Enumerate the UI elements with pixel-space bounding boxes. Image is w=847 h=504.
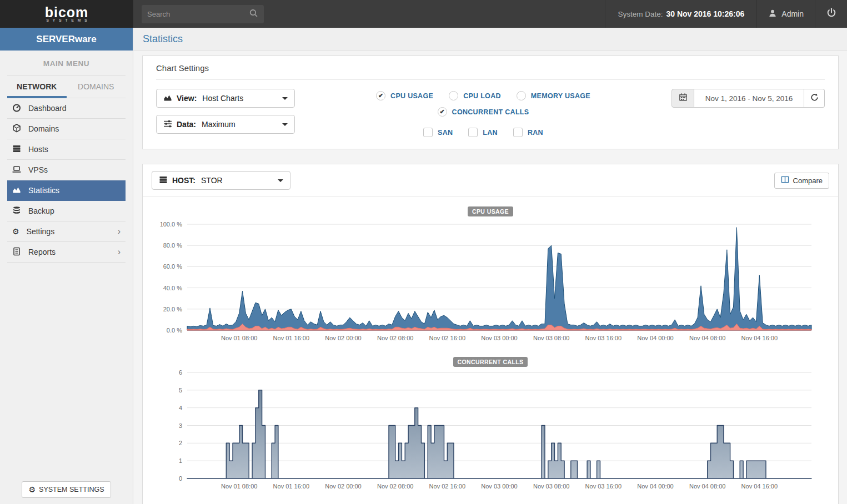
metric-label: MEMORY USAGE bbox=[531, 92, 590, 100]
data-dropdown-prefix: Data: bbox=[177, 120, 196, 129]
svg-text:Nov 03 16:00: Nov 03 16:00 bbox=[585, 483, 622, 490]
power-icon bbox=[826, 8, 836, 20]
svg-text:Nov 03 00:00: Nov 03 00:00 bbox=[481, 335, 517, 341]
metric-memory-usage[interactable]: MEMORY USAGE bbox=[517, 91, 590, 100]
sidebar-item-label: Settings bbox=[27, 227, 55, 236]
sidebar-item-hosts[interactable]: Hosts bbox=[7, 139, 126, 160]
host-dropdown-prefix: HOST: bbox=[172, 176, 196, 185]
chevron-down-icon bbox=[282, 97, 288, 100]
cpu-usage-checkbox[interactable] bbox=[376, 91, 385, 100]
network-ran[interactable]: RAN bbox=[513, 128, 543, 137]
sidebar-item-label: Domains bbox=[28, 124, 59, 133]
host-charts-panel: HOST: STOR Compare CPU USAGE 0.0 %20.0 %… bbox=[142, 164, 839, 504]
metric-concurrent-calls[interactable]: CONCURRENT CALLS bbox=[438, 107, 529, 117]
sidebar-item-statistics[interactable]: Statistics bbox=[7, 180, 126, 201]
server-icon bbox=[159, 175, 168, 186]
chart-settings-title: Chart Settings bbox=[143, 56, 838, 79]
svg-text:0.0 %: 0.0 % bbox=[167, 327, 182, 334]
sidebar: SERVERware MAIN MENU NETWORK DOMAINS Das… bbox=[0, 28, 133, 504]
view-dropdown-prefix: View: bbox=[177, 94, 197, 103]
metric-label: CPU USAGE bbox=[390, 92, 433, 100]
svg-text:Nov 01 08:00: Nov 01 08:00 bbox=[221, 335, 257, 341]
metric-cpu-load[interactable]: CPU LOAD bbox=[449, 91, 501, 100]
system-date: System Date: 30 Nov 2016 10:26:06 bbox=[605, 0, 756, 28]
svg-text:Nov 02 00:00: Nov 02 00:00 bbox=[325, 483, 361, 490]
chevron-right-icon: › bbox=[118, 227, 121, 236]
host-dropdown-value: STOR bbox=[201, 176, 223, 185]
network-lan[interactable]: LAN bbox=[468, 128, 498, 137]
metric-label: CONCURRENT CALLS bbox=[452, 108, 529, 116]
svg-text:Nov 03 08:00: Nov 03 08:00 bbox=[533, 483, 569, 490]
refresh-icon bbox=[810, 93, 819, 104]
sidebar-item-backup[interactable]: Backup bbox=[7, 201, 126, 221]
refresh-button[interactable] bbox=[804, 89, 825, 108]
cube-icon bbox=[12, 124, 21, 134]
svg-text:Nov 04 16:00: Nov 04 16:00 bbox=[741, 483, 778, 490]
system-settings-label: SYSTEM SETTINGS bbox=[39, 486, 104, 493]
view-dropdown[interactable]: View: Host Charts bbox=[156, 89, 295, 108]
sidebar-item-domains[interactable]: Domains bbox=[7, 119, 126, 139]
network-label: SAN bbox=[438, 129, 453, 137]
gears-icon: ⚙ bbox=[12, 228, 19, 235]
laptop-icon bbox=[12, 165, 21, 175]
search-box[interactable] bbox=[142, 5, 264, 23]
logout-button[interactable] bbox=[815, 0, 847, 28]
data-dropdown-value: Maximum bbox=[202, 120, 235, 129]
gears-icon: ⚙ bbox=[29, 486, 36, 493]
concurrent-calls-checkbox[interactable] bbox=[438, 107, 447, 117]
svg-text:Nov 02 00:00: Nov 02 00:00 bbox=[325, 335, 361, 341]
user-menu[interactable]: Admin bbox=[756, 0, 815, 28]
svg-text:Nov 01 16:00: Nov 01 16:00 bbox=[273, 335, 309, 341]
svg-text:5: 5 bbox=[179, 387, 182, 394]
date-range-input[interactable] bbox=[694, 89, 804, 108]
sidebar-item-dashboard[interactable]: Dashboard bbox=[7, 98, 126, 119]
chevron-down-icon bbox=[278, 179, 283, 182]
document-icon bbox=[12, 247, 21, 258]
svg-text:Nov 04 08:00: Nov 04 08:00 bbox=[689, 483, 725, 490]
tab-network[interactable]: NETWORK bbox=[7, 75, 67, 98]
ran-checkbox[interactable] bbox=[513, 128, 523, 137]
network-label: LAN bbox=[483, 129, 498, 137]
sidebar-item-settings[interactable]: ⚙ Settings › bbox=[7, 221, 126, 242]
memory-usage-checkbox[interactable] bbox=[517, 91, 526, 100]
view-dropdown-value: Host Charts bbox=[202, 94, 243, 103]
svg-text:2: 2 bbox=[179, 440, 182, 446]
sidebar-item-reports[interactable]: Reports › bbox=[7, 242, 126, 263]
host-dropdown[interactable]: HOST: STOR bbox=[152, 171, 290, 190]
calendar-button[interactable] bbox=[671, 89, 694, 108]
top-bar: bicom SYSTEMS System Date: 30 Nov 2016 1… bbox=[0, 0, 847, 28]
metric-label: CPU LOAD bbox=[463, 92, 501, 100]
svg-text:3: 3 bbox=[179, 422, 182, 429]
svg-text:4: 4 bbox=[179, 405, 182, 411]
sidebar-tabs: NETWORK DOMAINS bbox=[7, 75, 126, 98]
bicom-logo: bicom SYSTEMS bbox=[0, 0, 133, 28]
svg-text:Nov 03 08:00: Nov 03 08:00 bbox=[533, 335, 569, 341]
san-checkbox[interactable] bbox=[423, 128, 433, 137]
svg-text:Nov 02 08:00: Nov 02 08:00 bbox=[377, 483, 413, 490]
data-dropdown[interactable]: Data: Maximum bbox=[156, 115, 295, 134]
area-chart-icon bbox=[163, 93, 172, 104]
concurrent-calls-chart-title: CONCURRENT CALLS bbox=[453, 357, 528, 367]
system-settings-button[interactable]: ⚙ SYSTEM SETTINGS bbox=[22, 481, 112, 498]
svg-text:Nov 02 08:00: Nov 02 08:00 bbox=[377, 335, 413, 341]
columns-icon bbox=[781, 175, 789, 185]
tab-domains[interactable]: DOMAINS bbox=[67, 75, 126, 98]
sidebar-item-vpss[interactable]: VPSs bbox=[7, 160, 126, 180]
compare-button[interactable]: Compare bbox=[774, 173, 829, 189]
svg-text:Nov 03 00:00: Nov 03 00:00 bbox=[481, 483, 517, 490]
chevron-down-icon bbox=[282, 123, 288, 126]
lan-checkbox[interactable] bbox=[468, 128, 478, 137]
search-icon[interactable] bbox=[249, 8, 258, 20]
cpu-load-checkbox[interactable] bbox=[449, 91, 458, 100]
metric-cpu-usage[interactable]: CPU USAGE bbox=[376, 91, 433, 100]
svg-text:Nov 04 00:00: Nov 04 00:00 bbox=[637, 483, 673, 490]
system-date-value: 30 Nov 2016 10:26:06 bbox=[666, 9, 744, 18]
topbar-right-cluster: System Date: 30 Nov 2016 10:26:06 Admin bbox=[605, 0, 847, 28]
date-range-group bbox=[671, 89, 825, 108]
network-san[interactable]: SAN bbox=[423, 128, 453, 137]
logo-subtext: SYSTEMS bbox=[46, 18, 91, 22]
svg-text:20.0 %: 20.0 % bbox=[163, 306, 182, 313]
page-title: Statistics bbox=[143, 33, 183, 45]
calendar-icon bbox=[679, 93, 688, 104]
search-input[interactable] bbox=[147, 10, 249, 18]
